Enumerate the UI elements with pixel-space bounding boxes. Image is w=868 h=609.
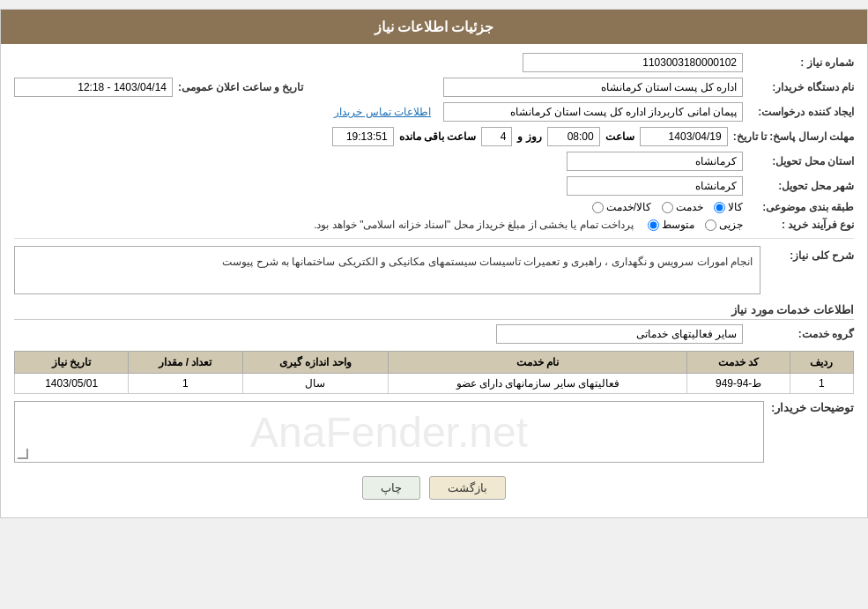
province-row: استان محل تحویل:: [14, 152, 854, 171]
province-label: استان محل تحویل:: [748, 155, 854, 167]
category-radio-group: کالا/خدمت خدمت کالا: [592, 201, 743, 213]
deadline-time-label: ساعت: [605, 130, 634, 143]
deadline-time-input[interactable]: [547, 127, 600, 146]
date-label: تاریخ و ساعت اعلان عمومی:: [178, 81, 303, 93]
service-group-row: گروه خدمت:: [14, 324, 854, 344]
col-name: نام خدمت: [389, 352, 687, 374]
col-unit: واحد اندازه گیری: [242, 352, 389, 374]
process-note: پرداخت تمام یا بخشی از مبلغ خریداز محل "…: [314, 219, 634, 231]
creator-input[interactable]: [443, 102, 743, 122]
deadline-date-input[interactable]: [640, 127, 728, 146]
resize-handle[interactable]: [18, 449, 28, 459]
buyer-org-row: نام دستگاه خریدار: تاریخ و ساعت اعلان عم…: [14, 78, 854, 97]
page-title: جزئیات اطلاعات نیاز: [375, 19, 494, 34]
category-radio-2[interactable]: [662, 202, 673, 213]
date-input[interactable]: [14, 78, 173, 97]
category-radio-3[interactable]: [592, 202, 604, 213]
col-date: تاریخ نیاز: [15, 352, 129, 374]
process-radio-medium[interactable]: [648, 219, 659, 231]
page-container: جزئیات اطلاعات نیاز شماره نیاز : نام دست…: [0, 9, 868, 518]
cell-unit: سال: [242, 374, 389, 394]
back-button[interactable]: بازگشت: [429, 476, 506, 500]
process-option-minor[interactable]: جزیی: [705, 219, 743, 231]
buttons-row: بازگشت چاپ: [14, 476, 854, 500]
city-input[interactable]: [567, 176, 743, 196]
process-radio-group: متوسط جزیی: [648, 219, 743, 231]
process-row: نوع فرآیند خرید : متوسط جزیی پرداخت تمام…: [14, 219, 854, 231]
category-option-3-label: کالا/خدمت: [606, 201, 651, 213]
services-table-section: ردیف کد خدمت نام خدمت واحد اندازه گیری ت…: [14, 351, 854, 394]
watermark: AnaFender.net: [250, 408, 528, 457]
category-option-2-label: خدمت: [676, 201, 703, 213]
city-row: شهر محل تحویل:: [14, 176, 854, 196]
cell-code: ط-94-949: [687, 374, 790, 394]
cell-quantity: 1: [129, 374, 242, 394]
need-number-input[interactable]: [523, 53, 743, 72]
col-code: کد خدمت: [687, 352, 790, 374]
need-description-box: انجام امورات سرویس و نگهداری ، راهبری و …: [14, 246, 760, 294]
cell-date: 1403/05/01: [15, 374, 129, 394]
category-option-1-label: کالا: [728, 201, 743, 213]
category-row: طبقه بندی موضوعی: کالا/خدمت خدمت کالا: [14, 201, 854, 213]
deadline-days-label: روز و: [517, 130, 541, 143]
creator-row: ایجاد کننده درخواست: اطلاعات تماس خریدار: [14, 102, 854, 122]
print-button[interactable]: چاپ: [362, 476, 420, 500]
contact-link[interactable]: اطلاعات تماس خریدار: [334, 106, 431, 118]
process-minor-label: جزیی: [719, 219, 743, 231]
cell-name: فعالیتهای سایر سازمانهای دارای عضو: [389, 374, 687, 394]
deadline-remaining-label: ساعت باقی مانده: [399, 130, 477, 143]
page-header: جزئیات اطلاعات نیاز: [1, 10, 867, 44]
buyer-org-label: نام دستگاه خریدار:: [748, 81, 854, 93]
deadline-remaining-input[interactable]: [332, 127, 394, 146]
category-option-3[interactable]: کالا/خدمت: [592, 201, 651, 213]
process-medium-label: متوسط: [662, 219, 694, 231]
service-group-input[interactable]: [496, 324, 743, 344]
deadline-label: مهلت ارسال پاسخ: تا تاریخ:: [733, 130, 854, 143]
buyer-notes-row: توضیحات خریدار: AnaFender.net: [14, 401, 854, 463]
table-header: ردیف کد خدمت نام خدمت واحد اندازه گیری ت…: [15, 352, 854, 374]
buyer-org-input[interactable]: [443, 78, 743, 97]
cell-row: 1: [790, 374, 853, 394]
col-quantity: تعداد / مقدار: [129, 352, 242, 374]
need-description-row: شرح کلی نیاز: انجام امورات سرویس و نگهدا…: [14, 246, 854, 294]
need-number-label: شماره نیاز :: [748, 56, 854, 69]
buyer-notes-area: AnaFender.net: [14, 401, 764, 463]
process-option-medium[interactable]: متوسط: [648, 219, 694, 231]
city-label: شهر محل تحویل:: [748, 180, 854, 192]
category-option-2[interactable]: خدمت: [662, 201, 703, 213]
services-title: اطلاعات خدمات مورد نیاز: [14, 303, 854, 320]
services-table: ردیف کد خدمت نام خدمت واحد اندازه گیری ت…: [14, 351, 854, 394]
deadline-row: مهلت ارسال پاسخ: تا تاریخ: ساعت روز و سا…: [14, 127, 854, 146]
province-input[interactable]: [567, 152, 743, 171]
buyer-notes-label: توضیحات خریدار:: [771, 401, 854, 414]
main-content: شماره نیاز : نام دستگاه خریدار: تاریخ و …: [1, 44, 867, 517]
category-radio-1[interactable]: [714, 202, 725, 213]
service-group-label: گروه خدمت:: [748, 328, 854, 340]
process-label: نوع فرآیند خرید :: [748, 219, 854, 231]
divider-1: [14, 238, 854, 239]
table-body: 1 ط-94-949 فعالیتهای سایر سازمانهای دارا…: [15, 374, 854, 394]
category-option-1[interactable]: کالا: [714, 201, 743, 213]
deadline-days-input[interactable]: [481, 127, 512, 146]
creator-label: ایجاد کننده درخواست:: [748, 106, 854, 118]
category-label: طبقه بندی موضوعی:: [748, 201, 854, 213]
need-number-row: شماره نیاز :: [14, 53, 854, 72]
table-row: 1 ط-94-949 فعالیتهای سایر سازمانهای دارا…: [15, 374, 854, 394]
need-description-label: شرح کلی نیاز:: [766, 246, 854, 262]
need-description-text: انجام امورات سرویس و نگهداری ، راهبری و …: [222, 256, 753, 268]
process-radio-minor[interactable]: [705, 219, 716, 231]
col-row: ردیف: [790, 352, 853, 374]
